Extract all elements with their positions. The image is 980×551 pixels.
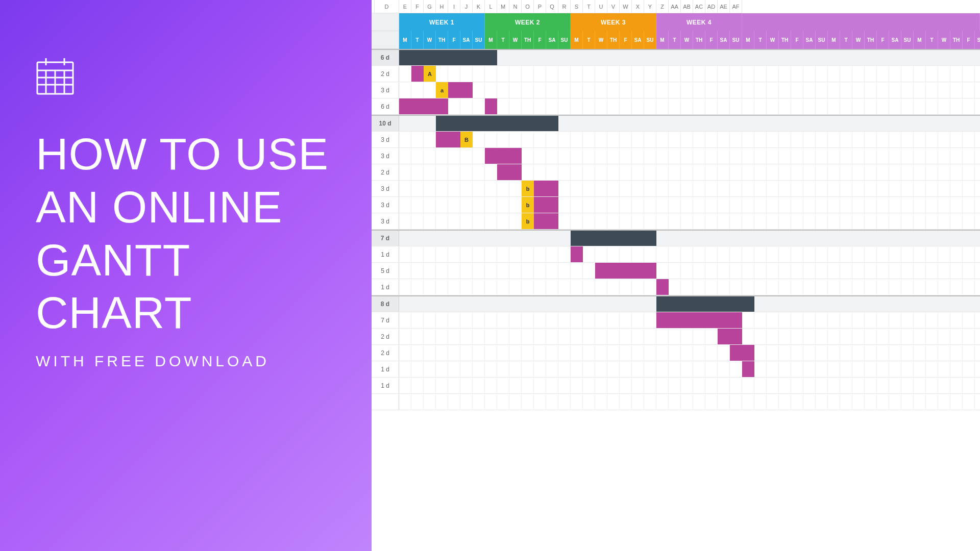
- task-bar: [448, 82, 473, 98]
- column-header: F: [411, 0, 424, 13]
- column-header: N: [509, 0, 522, 13]
- gantt-chart: DEFGHIJKLMNOPQRSTUVWXYZAAABACADAEAF WEEK…: [372, 0, 980, 551]
- column-header: O: [522, 0, 534, 13]
- task-bar: [718, 329, 742, 344]
- day-header: TH: [522, 31, 534, 49]
- day-header: T: [497, 31, 509, 49]
- day-header: TH: [607, 31, 620, 49]
- task-bar: [485, 98, 497, 114]
- milestone-marker: a: [436, 82, 448, 98]
- column-header: AC: [693, 0, 705, 13]
- row-cells: [399, 296, 980, 312]
- row-cells: [399, 345, 980, 361]
- task-row: 3 db: [372, 197, 980, 213]
- duration-label: 1 d: [372, 279, 399, 295]
- day-header: SA: [632, 31, 644, 49]
- day-header: F: [620, 31, 632, 49]
- column-header: AF: [730, 0, 742, 13]
- summary-bar: [399, 50, 497, 65]
- summary-row: 6 d: [372, 49, 980, 66]
- day-header: W: [767, 31, 779, 49]
- day-header: TH: [436, 31, 448, 49]
- day-header: TH: [865, 31, 877, 49]
- milestone-marker: b: [522, 197, 534, 213]
- task-row: 3 db: [372, 181, 980, 197]
- column-header: X: [632, 0, 644, 13]
- task-bar: [399, 98, 448, 114]
- milestone-marker: A: [424, 66, 436, 82]
- task-row: 5 d: [372, 263, 980, 279]
- duration-label: 3 d: [372, 132, 399, 147]
- duration-label: 3 d: [372, 197, 399, 213]
- day-header: W: [509, 31, 522, 49]
- column-header: V: [607, 0, 620, 13]
- day-header: W: [938, 31, 950, 49]
- task-row: 6 d: [372, 98, 980, 115]
- day-band-label-spacer: [372, 31, 399, 49]
- duration-label: 3 d: [372, 148, 399, 164]
- week-header-fill: [742, 13, 980, 31]
- day-header: SU: [473, 31, 485, 49]
- day-header: SA: [546, 31, 558, 49]
- task-row: 1 d: [372, 246, 980, 263]
- column-header: J: [460, 0, 473, 13]
- row-cells: [399, 263, 980, 279]
- task-bar: [497, 164, 522, 180]
- task-bar: [485, 148, 522, 164]
- row-cells: [399, 329, 980, 344]
- duration-label: 3 d: [372, 82, 399, 98]
- task-row: 7 d: [372, 312, 980, 329]
- duration-label: 5 d: [372, 263, 399, 279]
- column-header: L: [485, 0, 497, 13]
- row-cells: [399, 279, 980, 295]
- duration-label: 1 d: [372, 361, 399, 377]
- day-band-row: MTWTHFSASUMTWTHFSASUMTWTHFSASUMTWTHFSASU…: [372, 31, 980, 49]
- day-header: F: [963, 31, 975, 49]
- duration-label: 6 d: [372, 98, 399, 114]
- column-header: AB: [681, 0, 693, 13]
- page-subtitle: WITH FREE DOWNLOAD: [36, 353, 336, 370]
- task-row: 2 d: [372, 345, 980, 361]
- summary-bar: [656, 296, 754, 312]
- day-header: SA: [975, 31, 980, 49]
- row-cells: [399, 164, 980, 180]
- day-header: F: [877, 31, 889, 49]
- day-header: SU: [644, 31, 656, 49]
- summary-bar: [571, 231, 656, 246]
- day-header: SU: [558, 31, 571, 49]
- day-header: M: [485, 31, 497, 49]
- summary-row: 8 d: [372, 295, 980, 312]
- duration-label: [372, 394, 399, 410]
- row-cells: a: [399, 82, 980, 98]
- task-row: [372, 394, 980, 410]
- column-header: AD: [705, 0, 718, 13]
- duration-label: 1 d: [372, 246, 399, 262]
- task-bar: [411, 66, 424, 82]
- column-header-row: DEFGHIJKLMNOPQRSTUVWXYZAAABACADAEAF: [372, 0, 980, 13]
- duration-label: 2 d: [372, 164, 399, 180]
- day-header: T: [669, 31, 681, 49]
- task-bar: [436, 132, 460, 147]
- task-bar: [595, 263, 656, 279]
- task-row: 3 dB: [372, 132, 980, 148]
- gantt-rows: 6 d2 dA3 da6 d10 d3 dB3 d2 d3 db3 db3 db…: [372, 49, 980, 410]
- duration-label: 1 d: [372, 378, 399, 393]
- day-header: M: [828, 31, 840, 49]
- day-header: F: [705, 31, 718, 49]
- day-header: W: [595, 31, 607, 49]
- task-bar: [534, 197, 558, 213]
- row-cells: [399, 378, 980, 393]
- day-header: F: [534, 31, 546, 49]
- duration-label: 3 d: [372, 213, 399, 229]
- week-band-label-spacer: [372, 13, 399, 31]
- column-header: AE: [718, 0, 730, 13]
- column-header: Z: [656, 0, 669, 13]
- task-row: 2 dA: [372, 66, 980, 82]
- day-header: SA: [889, 31, 901, 49]
- day-header: W: [424, 31, 436, 49]
- day-header: M: [914, 31, 926, 49]
- milestone-marker: B: [460, 132, 473, 147]
- summary-row: 7 d: [372, 230, 980, 246]
- column-header: R: [558, 0, 571, 13]
- duration-label: 7 d: [372, 231, 399, 246]
